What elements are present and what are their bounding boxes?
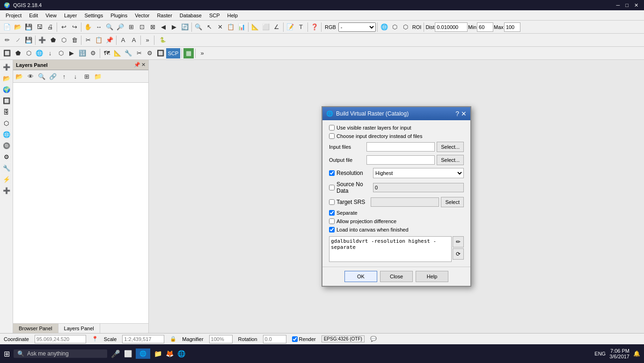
scp-t14[interactable]: ⚙: [145, 48, 155, 58]
left-icon-4[interactable]: 🔲: [1, 95, 12, 106]
source-no-data-checkbox[interactable]: [329, 185, 335, 190]
select-btn[interactable]: ↖: [204, 22, 214, 32]
separate-label[interactable]: Separate: [329, 210, 358, 216]
left-icon-3[interactable]: 🌍: [1, 84, 12, 94]
target-srs-checkbox[interactable]: [329, 199, 335, 205]
left-icon-9[interactable]: ⚙: [1, 152, 12, 162]
band-select[interactable]: -: [338, 22, 376, 32]
scp-open[interactable]: SCP: [166, 48, 180, 58]
crs-badge[interactable]: EPSG:4326 (OTF): [322, 335, 365, 342]
more-btn[interactable]: »: [142, 35, 153, 45]
measure-area-btn[interactable]: ⬜: [261, 22, 271, 32]
command-textarea[interactable]: gdalbuildvrt -resolution highest -separa…: [329, 236, 452, 262]
undo-btn[interactable]: ↩: [59, 22, 69, 32]
target-srs-input[interactable]: [371, 197, 439, 207]
output-file-select-btn[interactable]: Select...: [437, 155, 464, 165]
print-btn[interactable]: 🖨: [45, 22, 55, 32]
use-visible-label[interactable]: Use visible raster layers for input: [329, 125, 411, 131]
text-annotation-btn[interactable]: T: [296, 22, 306, 32]
maximize-button[interactable]: □: [623, 2, 630, 8]
allow-projection-label[interactable]: Allow projection difference: [329, 218, 396, 224]
grid-btn[interactable]: ▦: [183, 48, 194, 58]
layer-up-btn[interactable]: ↑: [59, 71, 69, 81]
input-files-input[interactable]: [366, 142, 435, 152]
add-part-btn[interactable]: ⬟: [48, 35, 58, 45]
menu-plugins[interactable]: Plugins: [107, 12, 131, 19]
chrome-btn[interactable]: 🌐: [177, 350, 185, 357]
output-file-input[interactable]: [366, 155, 435, 165]
scp-t11[interactable]: 📐: [112, 48, 123, 58]
edit-mode-btn[interactable]: ✏: [2, 35, 12, 45]
coordinate-input[interactable]: [35, 335, 86, 343]
use-visible-checkbox[interactable]: [329, 125, 335, 131]
zoom-layer-btn[interactable]: ⊡: [137, 22, 147, 32]
menu-database[interactable]: Database: [176, 12, 205, 19]
left-icon-11[interactable]: ⚡: [1, 174, 12, 184]
minimize-button[interactable]: ─: [615, 2, 622, 8]
target-srs-select-btn[interactable]: Select: [441, 197, 464, 207]
layer-group-btn[interactable]: 📁: [93, 71, 103, 81]
annotation-btn[interactable]: 📝: [285, 22, 295, 32]
tab-layers[interactable]: Layers Panel: [59, 324, 100, 333]
cut-feature-btn[interactable]: ✂: [83, 35, 93, 45]
scp-t9[interactable]: ⚙: [88, 48, 98, 58]
left-icon-6[interactable]: ⬡: [1, 118, 12, 128]
load-canvas-label[interactable]: Load into canvas when finished: [329, 227, 409, 232]
choose-dir-checkbox[interactable]: [329, 133, 335, 139]
left-icon-1[interactable]: ➕: [1, 62, 12, 72]
digitize-btn[interactable]: ⟋: [13, 35, 23, 45]
save-as-btn[interactable]: 🖫: [34, 22, 44, 32]
min-input[interactable]: [477, 22, 493, 32]
target-srs-label[interactable]: Target SRS: [329, 199, 369, 205]
left-icon-7[interactable]: 🌐: [1, 129, 12, 139]
label-text-btn[interactable]: A: [129, 35, 139, 45]
explorer-btn[interactable]: 📁: [154, 350, 162, 357]
copy-feature-btn[interactable]: 📋: [94, 35, 104, 45]
panel-pin-btn[interactable]: 📌: [134, 62, 140, 68]
measure-angle-btn[interactable]: ∠: [271, 22, 282, 32]
python-btn[interactable]: 🐍: [156, 35, 170, 45]
scp-t3[interactable]: ⬡: [23, 48, 34, 58]
menu-vector[interactable]: Vector: [131, 12, 153, 19]
layer-expand-btn[interactable]: ⊞: [81, 71, 92, 81]
close-button[interactable]: ✕: [632, 2, 640, 8]
magnifier-input[interactable]: [209, 335, 233, 343]
menu-edit[interactable]: Edit: [25, 12, 42, 19]
scp-btn[interactable]: 🌐: [379, 22, 389, 32]
zoom-next-btn[interactable]: ▶: [169, 22, 179, 32]
zoom-prev-btn[interactable]: ◀: [158, 22, 168, 32]
scp-t2[interactable]: ⬟: [13, 48, 23, 58]
clear-command-btn[interactable]: ⟳: [453, 248, 464, 260]
notification-btn[interactable]: 🔔: [633, 350, 640, 357]
layer-filter-btn[interactable]: 🔍: [37, 71, 47, 81]
ok-button[interactable]: OK: [344, 271, 377, 282]
save-edits-btn[interactable]: 💾: [23, 35, 34, 45]
menu-help[interactable]: Help: [224, 12, 242, 19]
save-btn[interactable]: 💾: [23, 22, 34, 32]
layer-eye-btn[interactable]: 👁: [25, 71, 36, 81]
scp-t8[interactable]: 🔢: [77, 48, 88, 58]
menu-scp[interactable]: SCP: [205, 12, 224, 19]
left-icon-2[interactable]: 📂: [1, 73, 12, 83]
left-icon-8[interactable]: 🔘: [1, 140, 12, 151]
search-bar[interactable]: 🔍 Ask me anything: [14, 349, 107, 358]
source-no-data-label[interactable]: Source No Data: [329, 181, 371, 194]
deselect-btn[interactable]: ✕: [215, 22, 225, 32]
separate-checkbox[interactable]: [329, 210, 335, 216]
menu-raster[interactable]: Raster: [153, 12, 176, 19]
scp-t10[interactable]: 🗺: [102, 48, 112, 58]
scp-t7[interactable]: ▶: [66, 48, 77, 58]
render-checkbox[interactable]: [292, 336, 298, 342]
left-icon-12[interactable]: ➕: [1, 185, 12, 196]
edit-command-btn[interactable]: ✏: [453, 236, 464, 247]
new-project-btn[interactable]: 📄: [2, 22, 12, 32]
mic-button[interactable]: 🎤: [111, 349, 120, 358]
measure-btn[interactable]: 📐: [250, 22, 260, 32]
open-attr-btn[interactable]: 📋: [226, 22, 236, 32]
zoom-in-btn[interactable]: 🔍: [104, 22, 115, 32]
scp-t12[interactable]: 🔧: [123, 48, 133, 58]
resolution-label[interactable]: Resolution: [329, 170, 371, 176]
scp-t4[interactable]: 🌐: [34, 48, 44, 58]
redo-btn[interactable]: ↪: [69, 22, 80, 32]
label-btn[interactable]: A: [118, 35, 128, 45]
